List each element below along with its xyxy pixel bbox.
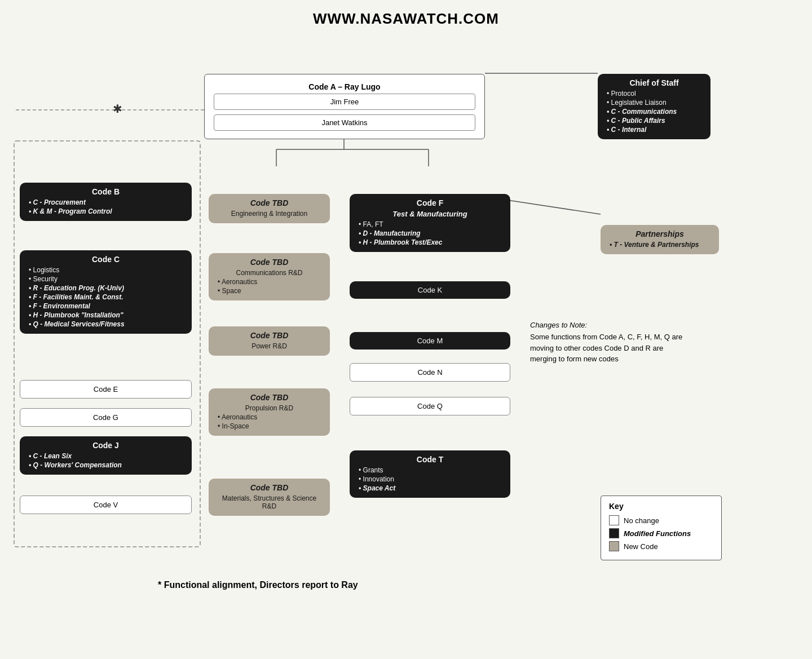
key-no-change-row: No change <box>609 515 713 525</box>
code-tbd4-item-1: Aeronautics <box>218 413 323 421</box>
key-new-code-label: New Code <box>624 542 658 551</box>
code-f-box: Code F Test & Manufacturing FA, FT D - M… <box>350 194 510 252</box>
code-j-item-1: C - Lean Six <box>29 452 185 460</box>
code-f-item-1: FA, FT <box>359 220 504 228</box>
chief-item-5: C - Internal <box>607 126 704 134</box>
code-tbd4-box: Code TBD Propulsion R&D Aeronautics In-S… <box>209 388 330 436</box>
chief-item-1: Protocol <box>607 90 704 98</box>
code-k-label: Code K <box>418 286 442 294</box>
code-g-box: Code G <box>20 408 192 427</box>
code-b-box: Code B C - Procurement K & M - Program C… <box>20 183 192 221</box>
code-tbd4-item-2: In-Space <box>218 422 323 430</box>
code-tbd2-list: Aeronautics Space <box>215 278 323 295</box>
page-title: WWW.NASAWATCH.COM <box>0 0 812 33</box>
code-f-item-3: H - Plumbrook Test/Exec <box>359 238 504 246</box>
key-new-code-row: New Code <box>609 541 713 551</box>
code-j-box: Code J C - Lean Six Q - Workers' Compens… <box>20 436 192 475</box>
code-a-title: Code A – Ray Lugo <box>214 82 475 91</box>
code-tbd3-subtitle: Power R&D <box>215 342 323 350</box>
code-c-list: Logistics Security R - Education Prog. (… <box>27 266 185 328</box>
chief-item-4: C - Public Affairs <box>607 117 704 125</box>
code-c-box: Code C Logistics Security R - Education … <box>20 250 192 334</box>
partnerships-list: T - Venture & Partnerships <box>607 241 712 249</box>
key-swatch-new-code <box>609 541 619 551</box>
code-c-item-2: Security <box>29 275 185 283</box>
code-tbd2-title: Code TBD <box>215 258 323 267</box>
jim-free-box: Jim Free <box>214 94 475 110</box>
key-modified-row: Modified Functions <box>609 528 713 538</box>
code-c-item-7: Q - Medical Services/Fitness <box>29 320 185 328</box>
key-no-change-label: No change <box>624 516 659 525</box>
key-modified-label: Modified Functions <box>624 529 691 538</box>
code-j-item-2: Q - Workers' Compensation <box>29 461 185 469</box>
code-tbd3-box: Code TBD Power R&D <box>209 326 330 356</box>
code-tbd5-title: Code TBD <box>215 483 323 492</box>
code-c-item-4: F - Facilities Maint. & Const. <box>29 293 185 301</box>
code-g-label: Code G <box>93 413 118 422</box>
code-j-list: C - Lean Six Q - Workers' Compensation <box>27 452 185 469</box>
key-swatch-no-change <box>609 515 619 525</box>
partnerships-box: Partnerships T - Venture & Partnerships <box>601 225 719 254</box>
code-c-title: Code C <box>27 255 185 264</box>
jim-free-label: Jim Free <box>330 98 359 106</box>
key-title: Key <box>609 502 713 511</box>
code-c-item-6: H - Plumbrook "Installation" <box>29 311 185 319</box>
code-c-item-1: Logistics <box>29 266 185 274</box>
code-tbd2-item-1: Aeronautics <box>218 278 323 286</box>
changes-note-text: Some functions from Code A, C, F, H, M, … <box>530 331 688 365</box>
code-tbd3-title: Code TBD <box>215 331 323 340</box>
code-tbd1-subtitle: Engineering & Integration <box>215 210 323 218</box>
code-e-label: Code E <box>94 385 118 393</box>
janet-watkins-box: Janet Watkins <box>214 114 475 131</box>
code-b-list: C - Procurement K & M - Program Control <box>27 198 185 215</box>
code-tbd4-list: Aeronautics In-Space <box>215 413 323 430</box>
code-tbd5-subtitle: Materials, Structures & Science R&D <box>215 494 323 510</box>
footnote: * Functional alignment, Directors report… <box>158 580 358 590</box>
code-m-box: Code M <box>350 332 510 350</box>
code-t-item-1: Grants <box>359 466 504 474</box>
code-tbd5-box: Code TBD Materials, Structures & Science… <box>209 479 330 516</box>
chief-of-staff-box: Chief of Staff Protocol Legislative Liai… <box>598 74 710 139</box>
chief-of-staff-list: Protocol Legislative Liaison C - Communi… <box>604 90 704 134</box>
janet-watkins-label: Janet Watkins <box>321 118 367 127</box>
code-m-label: Code M <box>417 337 443 345</box>
code-b-title: Code B <box>27 187 185 196</box>
code-j-title: Code J <box>27 441 185 450</box>
code-n-label: Code N <box>417 368 442 377</box>
code-t-box: Code T Grants Innovation Space Act <box>350 450 510 498</box>
code-e-box: Code E <box>20 380 192 399</box>
code-c-item-5: F - Environmental <box>29 302 185 310</box>
code-tbd1-title: Code TBD <box>215 198 323 207</box>
partnerships-title: Partnerships <box>607 229 712 238</box>
code-t-title: Code T <box>356 455 504 464</box>
code-t-item-3: Space Act <box>359 484 504 492</box>
code-b-item-2: K & M - Program Control <box>29 207 185 215</box>
key-box: Key No change Modified Functions New Cod… <box>601 496 722 560</box>
code-tbd4-subtitle: Propulsion R&D <box>215 404 323 412</box>
key-swatch-modified <box>609 528 619 538</box>
code-a-box: Code A – Ray Lugo Jim Free Janet Watkins <box>204 74 485 139</box>
code-tbd2-subtitle: Communications R&D <box>215 269 323 277</box>
chief-of-staff-title: Chief of Staff <box>604 78 704 87</box>
code-f-subtitle: Test & Manufacturing <box>356 210 504 218</box>
code-c-item-3: R - Education Prog. (K-Univ) <box>29 284 185 292</box>
code-f-title: Code F <box>356 198 504 207</box>
code-v-label: Code V <box>94 501 118 509</box>
changes-note-section: Changes to Note: Some functions from Cod… <box>530 321 688 365</box>
code-k-box: Code K <box>350 281 510 299</box>
partnerships-item-1: T - Venture & Partnerships <box>610 241 712 249</box>
code-v-box: Code V <box>20 496 192 514</box>
code-n-box: Code N <box>350 363 510 382</box>
code-f-item-2: D - Manufacturing <box>359 229 504 237</box>
chief-item-3: C - Communications <box>607 108 704 116</box>
code-t-list: Grants Innovation Space Act <box>356 466 504 492</box>
changes-note-title: Changes to Note: <box>530 321 688 329</box>
code-tbd2-box: Code TBD Communications R&D Aeronautics … <box>209 253 330 300</box>
code-t-item-2: Innovation <box>359 475 504 483</box>
code-tbd1-box: Code TBD Engineering & Integration <box>209 194 330 223</box>
code-tbd4-title: Code TBD <box>215 393 323 402</box>
code-tbd2-item-2: Space <box>218 287 323 295</box>
code-f-list: FA, FT D - Manufacturing H - Plumbrook T… <box>356 220 504 246</box>
code-q-label: Code Q <box>417 402 443 410</box>
chief-item-2: Legislative Liaison <box>607 99 704 107</box>
